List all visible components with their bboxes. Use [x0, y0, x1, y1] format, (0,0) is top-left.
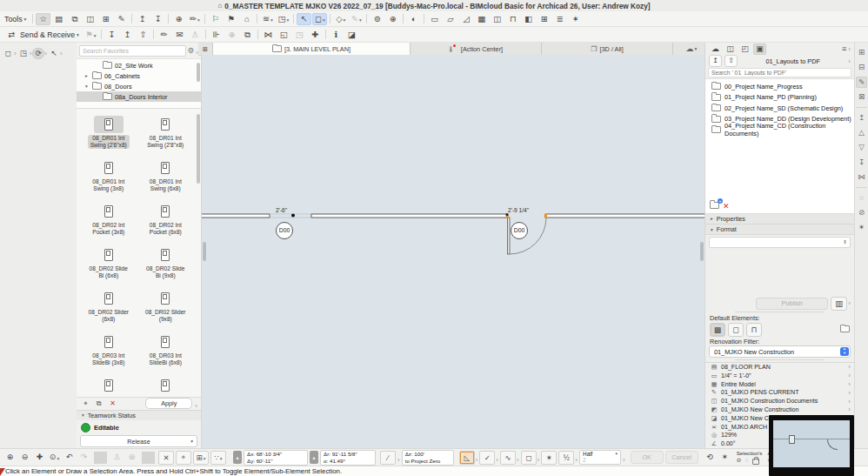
- favorite-item[interactable]: [137, 373, 195, 396]
- tab-3d-all[interactable]: ❐ [3D / All]: [542, 43, 673, 55]
- magic-wand-icon[interactable]: ✶: [541, 451, 557, 465]
- tracker-icon[interactable]: ⌖: [176, 451, 191, 465]
- marquee-mini-icon[interactable]: ◻: [2, 48, 14, 59]
- explode-icon[interactable]: ⊠: [856, 91, 867, 103]
- publish-options-icon[interactable]: ▥: [831, 297, 851, 311]
- tab-main-level-plan[interactable]: [3. MAIN LEVEL PLAN]: [213, 43, 411, 55]
- snap-dots-icon[interactable]: ∵: [210, 451, 226, 465]
- zoom-out-icon[interactable]: ⊖: [18, 452, 31, 464]
- tracker-toggle-icon[interactable]: ▲: [310, 451, 318, 464]
- quick-model-view[interactable]: ◫ 01_MJKO Construction Documents: [705, 397, 854, 406]
- stair-tool-icon[interactable]: ≣: [552, 13, 567, 25]
- lock-icon[interactable]: ⊘: [856, 207, 867, 218]
- flag-empty-icon[interactable]: ⚐: [208, 13, 223, 25]
- renovation-filter-dropdown[interactable]: 01_MJKO New Construction ▲▼: [709, 345, 851, 358]
- teamwork-tool-icon[interactable]: ⚑: [83, 29, 98, 41]
- teamwork-status-header[interactable]: Teamwork Status: [77, 410, 201, 421]
- gear-icon[interactable]: ⚙: [188, 46, 195, 55]
- publisher-folder-row[interactable]: 01_Project Name_PD (Planning): [705, 91, 854, 103]
- coordinate-tracker-ra[interactable]: Δr: 91'-11 5/8" α: 41.49°: [320, 450, 376, 466]
- column-tool-icon[interactable]: ◫: [490, 13, 504, 25]
- favorite-item[interactable]: 08_DR02 Int Pocket (3x8): [80, 199, 137, 243]
- quick-pen-set[interactable]: ✎ 01_MJKO PENS CURRENT: [705, 388, 854, 397]
- find-select-icon[interactable]: ✚: [308, 29, 323, 41]
- display-order-icon[interactable]: ◳: [276, 13, 290, 25]
- format-dropdown[interactable]: [709, 237, 851, 248]
- favorite-item[interactable]: 08_DR01 Int Swing (2'8"x8): [137, 112, 195, 156]
- hamburger-menu-icon[interactable]: ≡: [842, 44, 846, 53]
- quick-graphic-override[interactable]: ◩ 01_MJKO New Construction: [705, 406, 854, 414]
- favorite-item[interactable]: 08_DR02 Int Pocket (6x8): [137, 199, 195, 243]
- door-tool-icon[interactable]: ◧: [521, 13, 536, 25]
- favorite-item[interactable]: 08_DR02 Slide Bi (9x8): [137, 243, 195, 286]
- new-favorite-icon[interactable]: ⧉: [93, 399, 104, 409]
- bring-to-front-icon[interactable]: ↥: [856, 112, 867, 124]
- snap-half-dropdown[interactable]: Half 2: [579, 450, 621, 465]
- tracker-toggle-icon[interactable]: ▲: [233, 451, 242, 464]
- unlock-icon[interactable]: ✶: [856, 222, 867, 233]
- snap-fraction-icon[interactable]: ½: [558, 451, 574, 465]
- layer-combination-icon[interactable]: ≋: [260, 13, 275, 25]
- save-view-icon[interactable]: ◳: [292, 29, 307, 41]
- favorite-item[interactable]: 08_DR03 Int SlideBi (6x8): [137, 330, 195, 373]
- send-receive-button[interactable]: Send & Receive: [20, 30, 79, 39]
- tree-item[interactable]: 08a_Doors Interior: [77, 91, 201, 102]
- home-storey-icon[interactable]: ⌂: [239, 13, 254, 25]
- guide-snap-icon[interactable]: ✓: [479, 451, 495, 465]
- virtual-trace-icon[interactable]: ◐: [406, 13, 421, 25]
- set-chevron[interactable]: [848, 57, 851, 65]
- canvas-left-scrollbar[interactable]: [203, 242, 206, 261]
- tree-scrollbar[interactable]: [197, 63, 200, 82]
- publish-button[interactable]: Publish: [756, 298, 828, 310]
- wall-default-icon[interactable]: ◻: [728, 323, 744, 337]
- default-folder-icon[interactable]: [840, 325, 850, 334]
- favorite-item[interactable]: 08_DR01 Int Swing (3x8): [80, 156, 137, 199]
- fill-default-icon[interactable]: ▩: [710, 323, 725, 337]
- preview-overlay-window[interactable]: [769, 415, 854, 476]
- transform-icon[interactable]: ◻: [521, 451, 537, 465]
- roof-tool-icon[interactable]: ◿: [458, 13, 473, 25]
- drawing-canvas[interactable]: 2'-6" 2'-9 1/4" D00 D00: [202, 55, 704, 448]
- profiles-icon[interactable]: ⊞: [98, 13, 113, 25]
- group-icon[interactable]: ⊞: [856, 47, 867, 58]
- window-tool-icon[interactable]: ⊞: [537, 13, 551, 25]
- tab-cloud-menu[interactable]: ☁ ▾: [678, 43, 704, 55]
- explore-icon[interactable]: ⊚: [125, 452, 138, 464]
- composites-icon[interactable]: ◫: [83, 13, 97, 25]
- navigator-search-input[interactable]: [708, 68, 851, 77]
- favorites-icon[interactable]: ☆: [36, 13, 50, 25]
- flip-icon[interactable]: ⋈: [856, 171, 867, 183]
- send-backward-icon[interactable]: ▽: [856, 142, 867, 153]
- tab-overview-icon[interactable]: ⊞: [198, 43, 213, 55]
- zoom-menu-icon[interactable]: ⊙: [48, 452, 61, 464]
- cut-icon[interactable]: ⋈: [261, 29, 276, 41]
- beam-tool-icon[interactable]: ⊓: [505, 13, 520, 25]
- curve-icon[interactable]: ∿: [500, 451, 516, 465]
- orbit-icon[interactable]: ⊚: [370, 13, 384, 25]
- slab-tool-icon[interactable]: ▱: [443, 13, 457, 25]
- quick-structure[interactable]: ▦ Entire Model: [705, 380, 854, 389]
- view-map-icon[interactable]: ◰: [738, 44, 751, 55]
- tab-action-center[interactable]: [Action Center]: [411, 43, 542, 55]
- format-section-header[interactable]: ▾ Format: [705, 225, 854, 235]
- snap-points-icon[interactable]: ◇: [333, 13, 348, 25]
- suspend-groups-icon[interactable]: ⟲: [704, 452, 717, 464]
- favorites-search-input[interactable]: [79, 45, 186, 57]
- project-chooser-icon[interactable]: ☁: [709, 44, 722, 55]
- slash-reference-icon[interactable]: ∕: [380, 451, 396, 465]
- mesh-tool-icon[interactable]: ▦: [474, 13, 489, 25]
- reserve-icon[interactable]: ↧: [104, 29, 119, 41]
- publisher-set-name[interactable]: 01_Layouts to PDF: [740, 57, 845, 65]
- canvas-right-scrollbar[interactable]: [700, 242, 704, 261]
- tree-item[interactable]: 02_Site Work: [77, 60, 201, 70]
- favorite-item[interactable]: 08_DR02 Slide Bi (6x8): [80, 243, 137, 286]
- favorite-item[interactable]: 08_DR02 Slider (6x8): [80, 286, 137, 330]
- arrow-mini-icon[interactable]: ↖: [48, 48, 60, 59]
- edit-selection-icon[interactable]: ✎: [856, 77, 867, 88]
- inject-parameters-icon[interactable]: ✏: [187, 13, 202, 25]
- wall-tool-icon[interactable]: ▭: [427, 13, 442, 25]
- transfer-up-icon[interactable]: ↥: [135, 13, 150, 25]
- publisher-folder-row[interactable]: 04_Project Name_CD (Construction Documen…: [705, 124, 854, 136]
- lock-icon[interactable]: [752, 459, 759, 465]
- element-info-icon[interactable]: ℹ: [329, 29, 344, 41]
